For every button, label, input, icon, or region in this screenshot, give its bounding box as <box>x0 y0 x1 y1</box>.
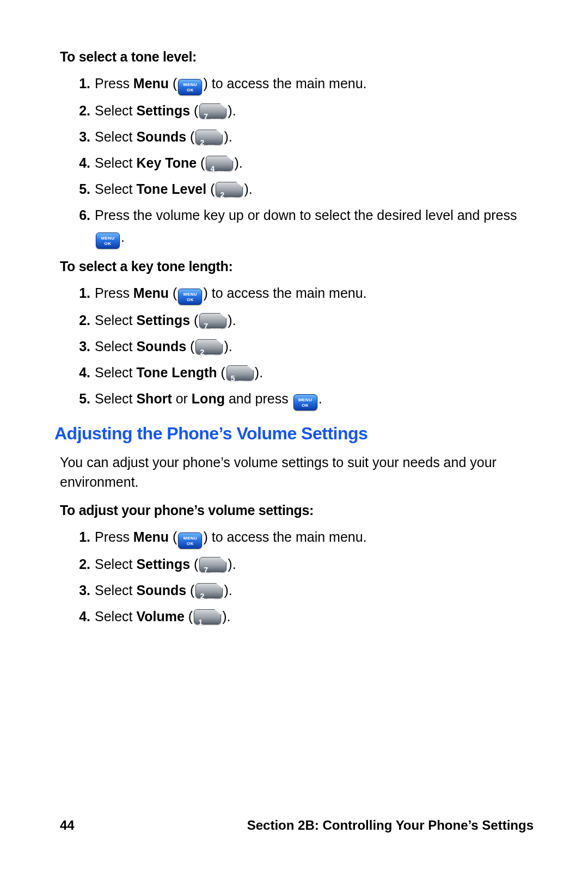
steps-volume-settings: 1.Press Menu () to access the main menu.… <box>60 526 534 627</box>
step-number: 5. <box>71 178 90 200</box>
step-number: 5. <box>71 388 90 409</box>
step-number: 3. <box>71 579 90 601</box>
step-number: 4. <box>71 152 90 174</box>
step-keyword: Sounds <box>136 583 186 598</box>
step-keyword: Key Tone <box>136 155 197 170</box>
footer-text: Section 2B: Controlling Your Phone’s Set… <box>247 818 534 833</box>
list-item: 2.Select Settings (7PQRS). <box>84 309 534 331</box>
step-keyword: Settings <box>136 103 190 118</box>
step-keyword: Tone Level <box>136 181 206 197</box>
steps-tone-length: 1.Press Menu () to access the main menu.… <box>60 282 534 411</box>
step-number: 3. <box>71 126 90 148</box>
step-number: 4. <box>71 605 90 627</box>
page-number: 44 <box>60 818 75 833</box>
heading-volume-settings: Adjusting the Phone’s Volume Settings <box>54 424 534 444</box>
list-item: 1.Press Menu () to access the main menu. <box>84 72 534 95</box>
list-item: 3.Select Sounds (2ABC). <box>84 579 534 601</box>
list-item: 2.Select Settings (7PQRS). <box>84 553 534 575</box>
step-number: 6. <box>71 204 90 226</box>
step-keyword: Menu <box>133 285 169 301</box>
subhead-volume-settings: To adjust your phone’s volume settings: <box>60 503 534 518</box>
list-item: 4.Select Key Tone (4GHI). <box>84 152 534 174</box>
numkey-4-icon: 4GHI <box>206 156 233 171</box>
numkey-2-icon: 2ABC <box>216 182 243 197</box>
list-item: 1.Press Menu () to access the main menu. <box>84 526 534 549</box>
step-keyword: Long <box>192 391 225 406</box>
step-keyword: Volume <box>136 609 184 624</box>
list-item: 5.Select Tone Level (2ABC). <box>84 178 534 200</box>
step-number: 2. <box>71 553 90 575</box>
list-item: 6.Press the volume key up or down to sel… <box>84 204 534 249</box>
menu-ok-key-icon <box>96 232 120 249</box>
subhead-tone-length: To select a key tone length: <box>60 259 534 274</box>
numkey-7-icon: 7PQRS <box>199 557 226 572</box>
menu-ok-key-icon <box>178 289 202 305</box>
list-item: 3.Select Sounds (2ABC). <box>84 126 534 148</box>
step-keyword: Short <box>136 391 171 406</box>
list-item: 4.Select Tone Length (5JKL). <box>84 362 534 383</box>
numkey-2-icon: 2ABC <box>195 339 223 354</box>
menu-ok-key-icon <box>178 532 202 549</box>
step-number: 2. <box>71 100 90 121</box>
menu-ok-key-icon <box>293 394 317 411</box>
list-item: 1.Press Menu () to access the main menu. <box>84 282 534 305</box>
numkey-2-icon: 2ABC <box>195 583 223 598</box>
page-footer: 44 Section 2B: Controlling Your Phone’s … <box>60 818 534 833</box>
step-number: 4. <box>71 362 90 383</box>
step-keyword: Settings <box>136 556 190 572</box>
step-keyword: Sounds <box>136 129 186 144</box>
step-keyword: Menu <box>133 529 169 544</box>
step-number: 1. <box>71 526 90 548</box>
numkey-5-icon: 5JKL <box>226 365 254 381</box>
steps-tone-level: 1.Press Menu () to access the main menu.… <box>60 72 534 249</box>
list-item: 2.Select Settings (7PQRS). <box>84 100 534 121</box>
step-number: 3. <box>71 335 90 357</box>
step-number: 1. <box>71 282 90 304</box>
list-item: 3.Select Sounds (2ABC). <box>84 335 534 357</box>
step-keyword: Menu <box>133 76 169 91</box>
step-number: 1. <box>71 72 90 94</box>
numkey-7-icon: 7PQRS <box>199 103 226 119</box>
page-content: To select a tone level: 1.Press Menu () … <box>60 44 534 637</box>
step-number: 2. <box>71 309 90 331</box>
step-keyword: Settings <box>136 313 190 328</box>
numkey-2-icon: 2ABC <box>195 130 223 145</box>
numkey-1-icon: 1 <box>194 609 221 624</box>
intro-volume-settings: You can adjust your phone’s volume setti… <box>60 452 534 492</box>
list-item: 5.Select Short or Long and press . <box>84 388 534 411</box>
list-item: 4.Select Volume (1). <box>84 605 534 627</box>
step-keyword: Sounds <box>136 339 186 354</box>
numkey-7-icon: 7PQRS <box>199 313 226 328</box>
menu-ok-key-icon <box>178 79 202 95</box>
step-keyword: Tone Length <box>136 365 217 380</box>
subhead-tone-level: To select a tone level: <box>60 49 534 65</box>
